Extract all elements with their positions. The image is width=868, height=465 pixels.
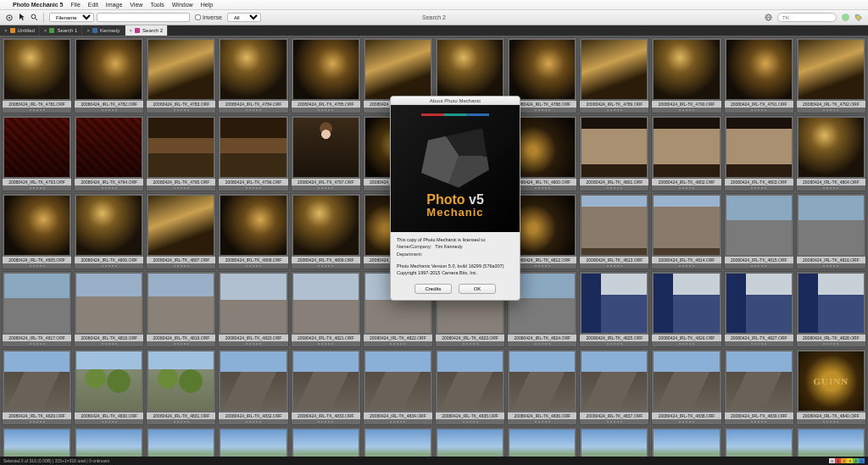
thumbnail-cell[interactable]: 20080424_IRL-TK_4816.ORF xyxy=(796,193,866,269)
thumbnail-cell[interactable]: 20080424_IRL-TK_4832.ORF xyxy=(218,349,288,425)
thumbnail-image[interactable] xyxy=(365,352,431,411)
search-icon[interactable] xyxy=(31,14,38,22)
thumbnail-cell[interactable]: 20080424_IRL-TK_4791.ORF xyxy=(724,37,794,113)
thumbnail-rating-dots[interactable] xyxy=(219,263,287,268)
thumbnail-rating-dots[interactable] xyxy=(292,185,360,191)
thumbnail-cell[interactable] xyxy=(579,427,649,457)
thumbnail-rating-dots[interactable] xyxy=(75,341,143,346)
thumbnail-rating-dots[interactable] xyxy=(292,419,360,424)
thumbnail-image[interactable] xyxy=(4,196,70,255)
thumbnail-cell[interactable]: 20080424_IRL-TK_4805.ORF xyxy=(2,193,72,269)
thumbnail-image[interactable] xyxy=(148,274,214,333)
thumbnail-rating-dots[interactable] xyxy=(652,341,721,346)
thumbnail-image[interactable] xyxy=(220,429,286,457)
thumbnail-cell[interactable]: 20080424_IRL-TK_4796.ORF xyxy=(218,115,288,191)
thumbnail-cell[interactable]: 20080424_IRL-TK_4815.ORF xyxy=(724,193,794,269)
thumbnail-rating-dots[interactable] xyxy=(364,419,432,424)
thumbnail-image[interactable] xyxy=(293,40,359,99)
thumbnail-cell[interactable]: 20080424_IRL-TK_4802.ORF xyxy=(651,115,721,191)
thumbnail-rating-dots[interactable] xyxy=(508,341,576,346)
thumbnail-image[interactable] xyxy=(798,274,864,333)
thumbnail-image[interactable] xyxy=(148,40,214,99)
thumbnail-image[interactable] xyxy=(293,274,359,333)
thumbnail-rating-dots[interactable] xyxy=(725,419,793,424)
thumbnail-cell[interactable]: 20080424_IRL-TK_4814.ORF xyxy=(651,193,721,269)
thumbnail-cell[interactable] xyxy=(146,427,216,457)
thumbnail-image[interactable] xyxy=(654,429,719,457)
thumbnail-image[interactable] xyxy=(293,352,359,411)
thumbnail-rating-dots[interactable] xyxy=(3,185,71,191)
thumbnail-image[interactable] xyxy=(293,118,359,177)
thumbnail-cell[interactable]: 20080424_IRL-TK_4833.ORF xyxy=(291,349,361,425)
thumbnail-rating-dots[interactable] xyxy=(3,341,71,346)
thumbnail-cell[interactable]: 20080424_IRL-TK_4785.ORF xyxy=(291,37,361,113)
thumbnail-rating-dots[interactable] xyxy=(725,341,793,346)
thumbnail-cell[interactable]: 20080424_IRL-TK_4794.ORF xyxy=(74,115,144,191)
thumbnail-rating-dots[interactable] xyxy=(219,185,287,191)
thumbnail-cell[interactable]: 20080424_IRL-TK_4835.ORF xyxy=(435,349,505,425)
thumbnail-rating-dots[interactable] xyxy=(580,341,648,346)
thumbnail-image[interactable] xyxy=(581,429,647,457)
thumbnail-rating-dots[interactable] xyxy=(219,341,287,346)
thumbnail-rating-dots[interactable] xyxy=(147,185,215,191)
thumbnail-rating-dots[interactable] xyxy=(292,341,360,346)
thumbnail-image[interactable] xyxy=(148,352,214,411)
thumbnail-cell[interactable] xyxy=(724,427,794,457)
thumbnail-rating-dots[interactable] xyxy=(652,263,721,268)
gear-icon[interactable] xyxy=(5,14,14,22)
thumbnail-image[interactable] xyxy=(220,352,286,411)
thumbnail-cell[interactable]: 20080424_IRL-TK_4831.ORF xyxy=(146,349,216,425)
thumbnail-cell[interactable]: 20080424_IRL-TK_4828.ORF xyxy=(796,271,866,347)
thumbnail-cell[interactable] xyxy=(291,427,361,457)
thumbnail-image[interactable] xyxy=(581,274,647,333)
thumbnail-cell[interactable]: 20080424_IRL-TK_4818.ORF xyxy=(74,271,144,347)
thumbnail-rating-dots[interactable] xyxy=(75,419,143,424)
thumbnail-cell[interactable]: 20080424_IRL-TK_4789.ORF xyxy=(579,37,649,113)
thumbnail-image[interactable] xyxy=(509,429,575,457)
menubar[interactable]: Photo Mechanic 5 File Edit Image View To… xyxy=(0,0,868,10)
thumbnail-image[interactable] xyxy=(654,352,719,411)
thumbnail-cell[interactable] xyxy=(435,427,505,457)
thumbnail-image[interactable] xyxy=(4,352,70,411)
thumbnail-rating-dots[interactable] xyxy=(75,108,143,113)
thumbnail-cell[interactable]: 20080424_IRL-TK_4813.ORF xyxy=(579,193,649,269)
thumbnail-image[interactable] xyxy=(581,118,647,177)
thumbnail-image[interactable] xyxy=(293,196,359,255)
thumbnail-image[interactable] xyxy=(293,429,359,457)
thumbnail-image[interactable] xyxy=(798,352,864,411)
rating-swatches[interactable]: 012345 xyxy=(829,458,865,463)
thumbnail-rating-dots[interactable] xyxy=(652,108,721,113)
thumbnail-rating-dots[interactable] xyxy=(725,108,793,113)
thumbnail-image[interactable] xyxy=(726,274,792,333)
thumbnail-cell[interactable]: 20080424_IRL-TK_4781.ORF xyxy=(2,37,72,113)
thumbnail-cell[interactable]: 20080424_IRL-TK_4804.ORF xyxy=(796,115,866,191)
tab-search-1[interactable]: ×Search 1 xyxy=(40,25,83,36)
thumbnail-rating-dots[interactable] xyxy=(292,263,360,268)
thumbnail-rating-dots[interactable] xyxy=(725,263,793,268)
thumbnail-image[interactable] xyxy=(220,40,286,99)
thumbnail-image[interactable] xyxy=(76,40,142,99)
thumbnail-image[interactable] xyxy=(581,40,647,99)
thumbnail-cell[interactable] xyxy=(74,427,144,457)
thumbnail-image[interactable] xyxy=(654,40,719,99)
thumbnail-image[interactable] xyxy=(437,40,503,99)
thumbnail-image[interactable] xyxy=(581,352,647,411)
thumbnail-image[interactable] xyxy=(76,274,142,333)
thumbnail-cell[interactable]: 20080424_IRL-TK_4830.ORF xyxy=(74,349,144,425)
thumbnail-cell[interactable]: 20080424_IRL-TK_4782.ORF xyxy=(74,37,144,113)
thumbnail-image[interactable] xyxy=(148,429,214,457)
thumbnail-image[interactable] xyxy=(581,196,647,255)
menu-edit[interactable]: Edit xyxy=(88,2,98,8)
tag-icon[interactable] xyxy=(854,14,863,22)
thumbnail-cell[interactable]: 20080424_IRL-TK_4783.ORF xyxy=(146,37,216,113)
thumbnail-cell[interactable] xyxy=(796,427,866,457)
thumbnail-image[interactable] xyxy=(148,196,214,255)
thumbnail-cell[interactable]: 20080424_IRL-TK_4819.ORF xyxy=(146,271,216,347)
thumbnail-rating-dots[interactable] xyxy=(292,108,360,113)
thumbnail-image[interactable] xyxy=(4,40,70,99)
thumbnail-image[interactable] xyxy=(148,118,214,177)
thumbnail-image[interactable] xyxy=(726,40,792,99)
thumbnail-cell[interactable]: 20080424_IRL-TK_4825.ORF xyxy=(579,271,649,347)
thumbnail-image[interactable] xyxy=(726,118,792,177)
thumbnail-image[interactable] xyxy=(726,196,792,255)
